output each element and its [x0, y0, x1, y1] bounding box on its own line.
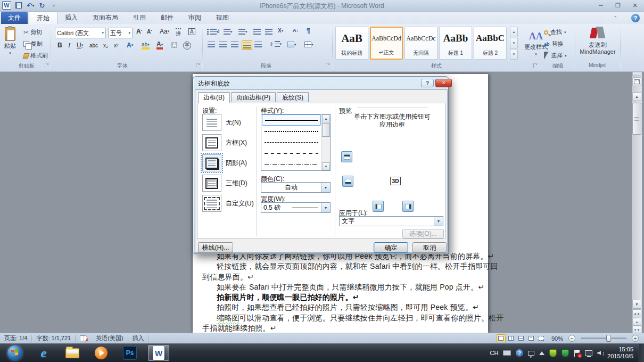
restore-button[interactable]: ❐: [614, 2, 622, 9]
grow-font-button[interactable]: Aˆ: [136, 28, 142, 35]
vertical-scrollbar[interactable]: ▲ ▼ ▲▲ ● ▼▼: [632, 72, 642, 333]
taskbar-clock[interactable]: 15:05 2015/10/5: [604, 346, 639, 360]
setting-option[interactable]: 自定义(U): [202, 195, 254, 212]
tab-插入[interactable]: 插入: [57, 12, 85, 24]
close-button[interactable]: ✕: [631, 2, 639, 9]
paragraph-dialog-launcher[interactable]: [326, 63, 331, 68]
horizontal-line-button[interactable]: 横线(H)...: [198, 242, 233, 253]
character-shading-button[interactable]: A: [171, 42, 177, 48]
tab-引用[interactable]: 引用: [126, 12, 153, 24]
document-text[interactable]: 如果有人向你发送了网站链接，你可以用 Peek 预览它，而不必离开当前的屏幕。↵…: [202, 252, 459, 333]
zoom-in-button[interactable]: +: [632, 335, 639, 342]
change-case-button[interactable]: Aa▾: [160, 28, 169, 35]
proofing-status[interactable]: [76, 333, 92, 343]
shading-button[interactable]: ▾: [287, 42, 296, 47]
security-icon[interactable]: [562, 349, 569, 357]
scroll-up-button[interactable]: ▲: [632, 92, 641, 101]
tab-邮件[interactable]: 邮件: [153, 12, 181, 24]
superscript-button[interactable]: x²: [114, 43, 118, 48]
line-style-scrollbar[interactable]: ▲ ▼: [321, 114, 330, 170]
start-orb-taskbar-button[interactable]: [4, 345, 26, 361]
tab-开始[interactable]: 开始: [29, 12, 57, 24]
width-dropdown-arrow-icon[interactable]: ▼: [321, 203, 330, 212]
media-player-taskbar-button[interactable]: [90, 345, 112, 361]
justify-button[interactable]: [242, 40, 252, 50]
split-handle[interactable]: [632, 72, 641, 76]
asian-layout-button[interactable]: X▾: [278, 28, 283, 34]
line-style-scroll-up-icon[interactable]: ▲: [322, 114, 330, 122]
subscript-button[interactable]: x₂: [103, 43, 108, 48]
font-size-combobox[interactable]: 五号▾: [108, 28, 133, 38]
word-taskbar-button[interactable]: [148, 345, 169, 361]
replace-button[interactable]: ab替换: [544, 40, 564, 48]
clipboard-dialog-launcher[interactable]: [45, 63, 49, 68]
styles-scroll-up-icon[interactable]: ▲: [510, 27, 518, 37]
distributed-button[interactable]: [254, 42, 262, 47]
zoom-level[interactable]: 90%: [551, 335, 563, 342]
page-indicator[interactable]: 页面: 1/4: [0, 333, 31, 343]
paste-button[interactable]: 粘贴 ▾: [4, 27, 16, 55]
width-dropdown[interactable]: 0.5 磅 ▼: [261, 202, 331, 213]
strikethrough-button[interactable]: abc: [89, 43, 98, 48]
bold-button[interactable]: B: [57, 42, 62, 49]
zoom-out-button[interactable]: −: [568, 335, 575, 342]
underline-button[interactable]: U▾: [77, 42, 83, 49]
draft-button[interactable]: [537, 334, 546, 342]
increase-indent-button[interactable]: [265, 29, 273, 35]
zoom-slider[interactable]: [581, 338, 626, 339]
line-style-option[interactable]: [262, 126, 321, 137]
shrink-font-button[interactable]: Aˇ: [147, 29, 152, 35]
styles-dialog-launcher[interactable]: [533, 63, 538, 68]
line-style-scroll-thumb[interactable]: [322, 123, 330, 137]
align-left-button[interactable]: [208, 42, 215, 47]
word-count-indicator[interactable]: 字数: 1/1,721: [32, 333, 75, 343]
style-item[interactable]: AaBbCcDd↵正文: [370, 27, 403, 60]
setting-option[interactable]: 阴影(A): [202, 154, 254, 171]
insert-mode-indicator[interactable]: 插入: [128, 333, 148, 343]
ime-toolbar-icon[interactable]: [528, 351, 534, 356]
line-style-listbox[interactable]: ▲ ▼: [261, 114, 331, 171]
ruler-toggle-button[interactable]: [632, 77, 641, 86]
phonetic-guide-button[interactable]: 拼: [176, 28, 181, 37]
dialog-tab-边框(B)[interactable]: 边框(B): [198, 92, 230, 103]
color-dropdown[interactable]: 自动 ▼: [261, 182, 331, 193]
browse-object-button[interactable]: ●: [632, 318, 641, 326]
apply-right-border-button[interactable]: [402, 201, 414, 212]
find-button[interactable]: 查找▾: [544, 28, 566, 36]
apply-left-border-button[interactable]: [373, 201, 384, 212]
character-border-button[interactable]: A: [188, 28, 195, 35]
style-item[interactable]: AaB我的标题: [335, 27, 368, 60]
tab-视图[interactable]: 视图: [209, 12, 236, 24]
tab-页面布局[interactable]: 页面布局: [85, 12, 126, 24]
style-item[interactable]: AaBb标题 1: [439, 27, 472, 60]
print-layout-button[interactable]: [497, 334, 506, 342]
text-effects-button[interactable]: A▾: [127, 42, 133, 49]
save-button[interactable]: [14, 1, 23, 10]
select-button[interactable]: 选择▾: [544, 52, 567, 60]
ok-button[interactable]: 确定: [374, 242, 408, 253]
enclose-characters-button[interactable]: 字: [183, 42, 191, 50]
copy-button[interactable]: 复制: [23, 40, 43, 48]
network-icon[interactable]: [585, 350, 592, 356]
volume-icon[interactable]: [597, 351, 601, 355]
internet-explorer-taskbar-button[interactable]: e: [33, 345, 54, 361]
multilevel-list-button[interactable]: ▾: [238, 29, 247, 35]
keyboard-icon[interactable]: [503, 350, 511, 356]
help-icon[interactable]: ?: [631, 14, 640, 22]
customize-qat-button[interactable]: ▿: [49, 1, 58, 10]
word-app-icon[interactable]: W: [2, 1, 11, 10]
send-to-mindmanager-button[interactable]: 发送到 MindManager: [577, 27, 618, 65]
style-item[interactable]: AaBbCcDc无间隔: [404, 27, 437, 60]
apply-bottom-border-button[interactable]: [342, 176, 353, 187]
font-color-button[interactable]: A▾: [156, 42, 163, 50]
color-dropdown-arrow-icon[interactable]: ▼: [321, 183, 330, 192]
apply-top-border-button[interactable]: [341, 151, 352, 162]
line-spacing-button[interactable]: ⇕▾: [269, 41, 282, 47]
sort-button[interactable]: A↓: [293, 28, 299, 33]
cancel-button[interactable]: 取消: [412, 242, 447, 253]
undo-button[interactable]: ↷▾: [26, 1, 35, 10]
font-dialog-launcher[interactable]: [196, 63, 201, 68]
align-right-button[interactable]: [231, 42, 238, 47]
style-item[interactable]: AaBbC标题 2: [474, 27, 507, 60]
show-hidden-icon[interactable]: [539, 351, 544, 355]
